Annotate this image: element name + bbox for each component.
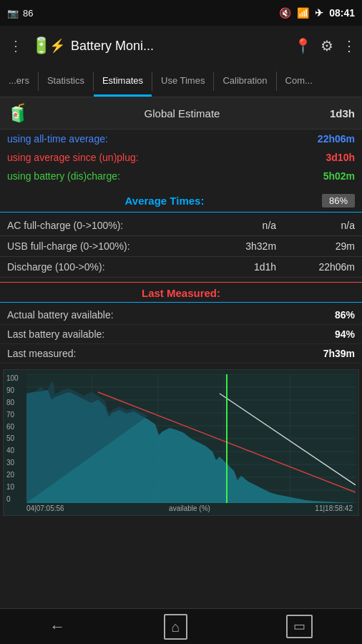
estimate-value-2: 5h02m	[323, 170, 355, 182]
status-bar: 📷 86 🔇 📶 ✈ 08:41	[0, 0, 362, 26]
chart-svg	[26, 374, 356, 503]
tab-com[interactable]: Com...	[277, 66, 321, 97]
y-label-10: 10	[6, 483, 25, 491]
estimate-row-0: using all-time average: 22h06m	[0, 130, 362, 148]
average-times-badge: 86%	[322, 194, 355, 208]
camera-icon: 📷	[7, 8, 19, 19]
more-options-icon[interactable]: ⋮	[342, 37, 356, 54]
mute-icon: 🔇	[279, 7, 291, 19]
stat-row-2: Last measured: 7h39m	[0, 344, 362, 364]
last-measured-divider-bottom	[0, 302, 362, 303]
table-cell-col1-1: 3h32m	[213, 236, 283, 257]
airplane-icon: ✈	[315, 7, 323, 19]
back-icon: ←	[49, 618, 65, 635]
chart-area: 100 90 80 70 60 50 40 30 20 10 0	[6, 374, 356, 512]
battery-chart: 100 90 80 70 60 50 40 30 20 10 0	[3, 369, 359, 516]
y-label-30: 30	[6, 459, 25, 467]
y-label-90: 90	[6, 386, 25, 394]
recent-icon: ▭	[286, 615, 313, 638]
table-cell-col2-2: 22h06m	[283, 257, 362, 278]
table-cell-label-2: Discharge (100->0%):	[0, 257, 213, 278]
estimate-row-1: using average since (un)plug: 3d10h	[0, 148, 362, 167]
estimate-label-0: using all-time average:	[7, 133, 108, 145]
back-button[interactable]: ←	[35, 612, 79, 642]
status-right-icons: 🔇 📶 ✈ 08:41	[279, 7, 355, 19]
table-cell-col1-0: n/a	[213, 215, 283, 236]
table-cell-col1-2: 1d1h	[213, 257, 283, 278]
tab-usetimes[interactable]: Use Times	[152, 66, 213, 97]
wifi-icon: 📶	[297, 7, 309, 19]
y-label-70: 70	[6, 411, 25, 419]
battery-percent: 86	[23, 8, 33, 19]
tab-filters[interactable]: ...ers	[0, 66, 38, 97]
last-measured-title: Last Measured:	[0, 283, 362, 302]
y-label-100: 100	[6, 374, 25, 382]
table-cell-col2-1: 29m	[283, 236, 362, 257]
tab-calibration[interactable]: Calibration	[214, 66, 275, 97]
chart-y-labels: 100 90 80 70 60 50 40 30 20 10 0	[6, 374, 26, 503]
table-row-1: USB full-charge (0->100%): 3h32m 29m	[0, 236, 362, 257]
flash-icon: ⚡	[49, 38, 65, 54]
estimate-value-1: 3d10h	[326, 152, 355, 163]
stat-row-1: Last battery available: 94%	[0, 325, 362, 344]
app-title: Battery Moni...	[71, 39, 288, 54]
table-cell-label-1: USB full-charge (0->100%):	[0, 236, 213, 257]
global-estimate-label: Global Estimate	[34, 107, 330, 119]
y-label-80: 80	[6, 399, 25, 406]
vertical-dots-icon[interactable]: ⋮	[6, 34, 26, 57]
status-left-icons: 📷 86	[7, 8, 33, 19]
average-times-header: Average Times: 86%	[0, 190, 362, 212]
stat-row-0: Actual battery available: 86%	[0, 306, 362, 325]
stat-label-2: Last measured:	[7, 348, 77, 359]
app-icon-group: 🔋 ⚡	[31, 36, 65, 55]
global-estimate-row: 🧃 Global Estimate 1d3h	[0, 97, 362, 130]
y-label-20: 20	[6, 471, 25, 479]
chart-x-labels: 04|07:05:56 available (%) 11|18:58:42	[6, 503, 356, 512]
table-cell-label-0: AC full-charge (0->100%):	[0, 215, 213, 236]
estimate-value-0: 22h06m	[318, 133, 355, 145]
y-label-40: 40	[6, 447, 25, 454]
estimate-row-2: using battery (dis)charge: 5h02m	[0, 167, 362, 185]
table-row-2: Discharge (100->0%): 1d1h 22h06m	[0, 257, 362, 278]
home-button[interactable]: ⌂	[150, 608, 201, 645]
battery-icon: 🔋	[31, 36, 51, 55]
average-times-table: AC full-charge (0->100%): n/a n/a USB fu…	[0, 215, 362, 278]
stat-label-0: Actual battery available:	[7, 309, 114, 321]
location-icon[interactable]: 📍	[294, 37, 312, 54]
title-actions: 📍 ⚙ ⋮	[294, 37, 356, 54]
title-bar: ⋮ 🔋 ⚡ Battery Moni... 📍 ⚙ ⋮	[0, 26, 362, 66]
filter-icon[interactable]: ⚙	[321, 37, 333, 54]
home-icon: ⌂	[164, 614, 187, 640]
status-time: 08:41	[329, 7, 355, 19]
x-label-left: 04|07:05:56	[26, 504, 64, 512]
x-label-center: available (%)	[169, 504, 210, 512]
stat-value-2: 7h39m	[323, 348, 355, 359]
estimate-label-2: using battery (dis)charge:	[7, 170, 120, 182]
estimate-label-1: using average since (un)plug:	[7, 152, 139, 163]
y-label-50: 50	[6, 434, 25, 442]
average-times-title: Average Times:	[7, 195, 322, 207]
tab-statistics[interactable]: Statistics	[39, 66, 93, 97]
main-content: 🧃 Global Estimate 1d3h using all-time av…	[0, 97, 362, 608]
y-label-60: 60	[6, 423, 25, 431]
stat-value-1: 94%	[335, 328, 355, 340]
battery-drink-icon: 🧃	[7, 103, 29, 123]
stat-label-1: Last battery available:	[7, 328, 104, 340]
tab-estimates[interactable]: Estimates	[94, 66, 152, 97]
average-times-divider	[0, 212, 362, 213]
bottom-nav: ← ⌂ ▭	[0, 608, 362, 644]
y-label-0: 0	[6, 495, 25, 503]
stat-value-0: 86%	[335, 309, 355, 321]
table-cell-col2-0: n/a	[283, 215, 362, 236]
global-estimate-value: 1d3h	[330, 107, 355, 119]
recent-apps-button[interactable]: ▭	[272, 609, 327, 644]
tab-bar: ...ers Statistics Estimates Use Times Ca…	[0, 66, 362, 97]
table-row-0: AC full-charge (0->100%): n/a n/a	[0, 215, 362, 236]
x-label-right: 11|18:58:42	[315, 504, 353, 512]
